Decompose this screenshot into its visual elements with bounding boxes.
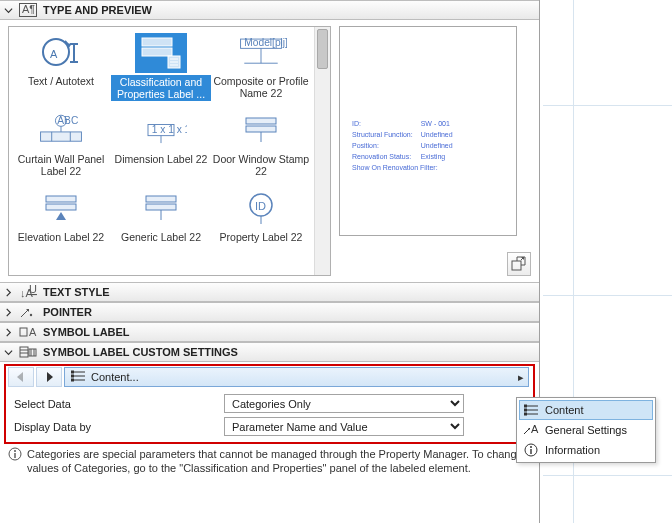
svg-rect-69	[524, 413, 527, 416]
gallery-item-generic-label[interactable]: Generic Label 22	[111, 187, 211, 265]
autotext-icon: A	[35, 33, 87, 73]
gallery-item-door-window-stamp[interactable]: Door Window Stamp 22	[211, 109, 311, 187]
section-title: TYPE AND PREVIEW	[43, 4, 152, 16]
svg-marker-54	[47, 372, 53, 382]
svg-point-62	[14, 450, 16, 452]
section-title: SYMBOL LABEL	[43, 326, 130, 338]
chevron-down-icon	[4, 348, 13, 357]
svg-rect-58	[71, 371, 74, 374]
svg-text:U: U	[29, 285, 37, 295]
chevron-right-icon	[4, 288, 13, 297]
display-data-by-dropdown[interactable]: Parameter Name and Value	[224, 417, 464, 436]
menu-item-information[interactable]: Information	[519, 440, 653, 460]
curtain-wall-icon: ABC	[35, 111, 87, 151]
svg-marker-32	[56, 212, 66, 220]
svg-rect-33	[146, 196, 176, 202]
type-preview-icon: A¶	[19, 2, 37, 18]
door-window-stamp-icon	[235, 111, 287, 151]
svg-text:ID: ID	[255, 200, 266, 212]
svg-rect-59	[71, 375, 74, 378]
breadcrumb-label: Content...	[91, 371, 139, 383]
svg-rect-63	[14, 453, 15, 458]
svg-marker-53	[17, 372, 23, 382]
menu-item-label: General Settings	[545, 424, 627, 436]
composite-profile-icon: Model[plj] – ABC	[235, 33, 287, 73]
svg-rect-27	[246, 118, 276, 124]
svg-rect-8	[142, 38, 172, 46]
svg-rect-30	[46, 196, 76, 202]
svg-rect-31	[46, 204, 76, 210]
svg-rect-67	[524, 405, 527, 408]
custom-settings-panel: Content... ▸ Select Data Categories Only…	[4, 364, 535, 444]
info-icon	[523, 442, 539, 458]
svg-rect-45	[20, 328, 27, 336]
gallery-scrollbar[interactable]	[314, 27, 330, 275]
svg-rect-21	[41, 132, 82, 141]
menu-item-label: Content	[545, 404, 584, 416]
gallery-item-curtain-wall-panel[interactable]: ABC Curtain Wall Panel Label 22	[11, 109, 111, 187]
gallery-caption: Generic Label 22	[121, 231, 201, 243]
info-text: Categories are special parameters that c…	[27, 447, 531, 475]
section-text-style[interactable]: ↓AU TEXT STYLE	[0, 282, 539, 302]
gallery-caption: Text / Autotext	[28, 75, 94, 87]
generic-label-icon	[135, 189, 187, 229]
svg-rect-74	[530, 449, 531, 454]
chevron-right-icon	[4, 328, 13, 337]
nav-back-button[interactable]	[8, 367, 34, 387]
section-title: TEXT STYLE	[43, 286, 110, 298]
svg-text:A1: A1	[29, 326, 37, 338]
list-icon	[71, 370, 85, 384]
dimension-label-icon: 1 x 1 x 1	[135, 111, 187, 151]
section-type-and-preview[interactable]: A¶ TYPE AND PREVIEW	[0, 0, 539, 20]
label-type-gallery: A Text / Autotext Classification and Pro…	[8, 26, 331, 276]
property-label-icon: ID	[235, 189, 287, 229]
svg-rect-60	[71, 379, 74, 382]
menu-item-general-settings[interactable]: A1 General Settings	[519, 420, 653, 440]
list-icon	[523, 402, 539, 418]
svg-point-44	[30, 314, 32, 316]
breadcrumb-popup-menu: Content A1 General Settings Information	[516, 397, 656, 463]
elevation-label-icon	[35, 189, 87, 229]
classification-label-icon	[135, 33, 187, 73]
general-settings-icon: A1	[523, 422, 539, 438]
section-symbol-label-custom[interactable]: SYMBOL LABEL CUSTOM SETTINGS	[0, 342, 539, 362]
breadcrumb-content[interactable]: Content... ▸	[64, 367, 529, 387]
menu-item-label: Information	[545, 444, 600, 456]
gallery-item-dimension-label[interactable]: 1 x 1 x 1 Dimension Label 22	[111, 109, 211, 187]
svg-rect-50	[29, 349, 36, 356]
svg-rect-68	[524, 409, 527, 412]
gallery-caption: Door Window Stamp 22	[211, 153, 311, 177]
gallery-item-composite-profile[interactable]: Model[plj] – ABC Composite or Profile Na…	[211, 31, 311, 109]
section-symbol-label[interactable]: A1 SYMBOL LABEL	[0, 322, 539, 342]
gallery-caption: Elevation Label 22	[18, 231, 104, 243]
section-title: POINTER	[43, 306, 92, 318]
section-pointer[interactable]: POINTER	[0, 302, 539, 322]
section-title: SYMBOL LABEL CUSTOM SETTINGS	[43, 346, 238, 358]
svg-point-73	[530, 446, 532, 448]
svg-rect-47	[20, 347, 28, 357]
gallery-item-text-autotext[interactable]: A Text / Autotext	[11, 31, 111, 109]
nav-forward-button[interactable]	[36, 367, 62, 387]
svg-text:A¶: A¶	[22, 3, 35, 15]
svg-rect-9	[142, 48, 172, 56]
gallery-caption: Classification and Properties Label ...	[111, 75, 211, 101]
svg-text:1 x 1 x 1: 1 x 1 x 1	[152, 124, 187, 135]
preview-mode-button[interactable]	[507, 252, 531, 276]
menu-item-content[interactable]: Content	[519, 400, 653, 420]
gallery-item-property-label[interactable]: ID Property Label 22	[211, 187, 311, 265]
svg-text:ABC: ABC	[57, 115, 78, 126]
svg-text:Model[plj] – ABC: Model[plj] – ABC	[244, 37, 287, 48]
svg-rect-39	[512, 261, 521, 270]
gallery-item-classification-properties[interactable]: Classification and Properties Label ...	[111, 31, 211, 109]
gallery-caption: Composite or Profile Name 22	[211, 75, 311, 99]
svg-rect-28	[246, 126, 276, 132]
gallery-item-elevation-label[interactable]: Elevation Label 22	[11, 187, 111, 265]
gallery-caption: Dimension Label 22	[115, 153, 208, 165]
select-data-dropdown[interactable]: Categories Only	[224, 394, 464, 413]
select-data-label: Select Data	[14, 398, 224, 410]
chevron-down-icon	[4, 6, 13, 15]
display-data-by-label: Display Data by	[14, 421, 224, 433]
chevron-right-icon: ▸	[514, 371, 528, 384]
symbol-label-icon: A1	[19, 324, 37, 340]
gallery-caption: Curtain Wall Panel Label 22	[11, 153, 111, 177]
